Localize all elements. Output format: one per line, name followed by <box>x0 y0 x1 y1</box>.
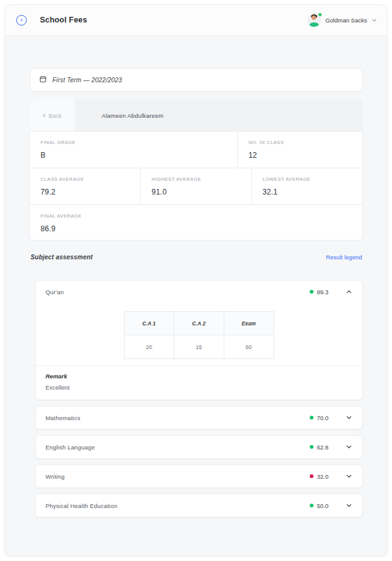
subject-score: 50.0 <box>317 502 329 509</box>
student-name: Alameen Abdulkareem <box>102 112 163 119</box>
stat-value: B <box>41 151 237 160</box>
subject-name: Qur'an <box>45 289 310 295</box>
score-group: 62.8 <box>310 444 329 451</box>
back-button[interactable]: ‹ Back <box>30 99 75 132</box>
stat-label: FINAL GRADE <box>41 140 237 145</box>
student-header-bar: ‹ Back Alameen Abdulkareem <box>30 99 363 132</box>
remark-label: Remark <box>45 373 352 380</box>
subject-score: 70.0 <box>317 415 329 421</box>
term-label: First Term — 2022/2023 <box>52 77 122 84</box>
subject-card-quran: Qur'an 89.3 C.A 1 C.A 2 <box>35 280 363 400</box>
term-selector[interactable]: First Term — 2022/2023 <box>30 68 363 92</box>
score-group: 32.0 <box>310 473 329 480</box>
chevron-down-icon <box>346 473 352 479</box>
assessment-table: C.A 1 C.A 2 Exam 20 15 60 <box>124 311 274 359</box>
score-group: 89.3 <box>310 289 329 295</box>
app-window: › School Fees Goldman Sacks First Te <box>4 4 388 557</box>
stat-label: NO. IN CLASS <box>249 140 362 145</box>
user-name: Goldman Sacks <box>325 17 367 24</box>
calendar-icon <box>39 74 47 85</box>
score-status-dot <box>310 445 313 449</box>
stat-label: HIGHEST AVERAGE <box>151 176 251 182</box>
subject-card-english: English Language 62.8 <box>35 435 363 459</box>
score-status-dot <box>310 474 313 478</box>
subject-name: Writing <box>45 473 310 480</box>
stat-value: 79.2 <box>41 188 140 196</box>
score-group: 50.0 <box>310 502 329 509</box>
stat-lowest-average: LOWEST AVERAGE 32.1 <box>251 168 363 205</box>
assessment-table-wrap: C.A 1 C.A 2 Exam 20 15 60 <box>36 303 362 365</box>
score-status-dot <box>310 290 313 294</box>
table-row: 20 15 60 <box>124 335 274 359</box>
subject-card-physical-health: Physical Health Education 50.0 <box>35 494 363 517</box>
table-header-exam: Exam <box>224 312 274 335</box>
stat-label: LOWEST AVERAGE <box>262 176 362 182</box>
stats-grid: FINAL GRADE B NO. IN CLASS 12 CLASS AVER… <box>30 132 363 241</box>
chevron-up-icon <box>346 289 352 295</box>
stat-final-grade: FINAL GRADE B <box>29 131 238 168</box>
stat-value: 32.1 <box>262 188 362 196</box>
stat-value: 86.9 <box>41 224 362 233</box>
subject-score: 32.0 <box>317 473 329 480</box>
stat-no-in-class: NO. IN CLASS 12 <box>237 131 363 168</box>
subject-accordion-header[interactable]: Writing 32.0 <box>36 465 362 487</box>
chevron-right-icon: › <box>21 16 23 23</box>
subject-name: Mathematics <box>45 415 310 421</box>
table-header-ca2: C.A 2 <box>174 312 224 335</box>
online-status-badge <box>318 12 322 17</box>
remark-text: Excellent <box>45 384 352 391</box>
user-avatar <box>307 13 321 27</box>
assessment-section-header: Subject assessment Result legend <box>30 254 363 261</box>
result-legend-link[interactable]: Result legend <box>326 254 362 261</box>
sidebar-toggle-button[interactable]: › <box>16 15 27 26</box>
stat-final-average: FINAL AVERAGE 86.9 <box>29 204 363 241</box>
stat-highest-average: HIGHEST AVERAGE 91.0 <box>140 168 252 205</box>
table-header-ca1: C.A 1 <box>124 312 174 335</box>
main-content: First Term — 2022/2023 ‹ Back Alameen Ab… <box>5 36 387 517</box>
subject-list: Qur'an 89.3 C.A 1 C.A 2 <box>30 280 363 517</box>
table-cell-ca1: 20 <box>124 335 174 359</box>
stat-label: CLASS AVERAGE <box>41 176 140 182</box>
chevron-down-icon <box>346 444 352 450</box>
remark-block: Remark Excellent <box>36 365 362 400</box>
subject-accordion-header[interactable]: Mathematics 70.0 <box>36 406 362 429</box>
subject-accordion-header[interactable]: Qur'an 89.3 <box>36 280 362 303</box>
score-status-dot <box>310 416 313 420</box>
score-group: 70.0 <box>310 415 329 421</box>
subject-card-writing: Writing 32.0 <box>35 464 363 488</box>
subject-card-mathematics: Mathematics 70.0 <box>35 406 363 429</box>
chevron-left-icon: ‹ <box>43 112 45 119</box>
score-status-dot <box>310 504 313 507</box>
table-cell-exam: 60 <box>224 335 274 359</box>
chevron-down-icon <box>346 502 352 509</box>
stat-class-average: CLASS AVERAGE 79.2 <box>29 168 141 205</box>
subject-accordion-header[interactable]: English Language 62.8 <box>36 436 362 458</box>
student-result-card: ‹ Back Alameen Abdulkareem FINAL GRADE B… <box>30 99 363 241</box>
stat-label: FINAL AVERAGE <box>41 213 362 219</box>
subject-score: 89.3 <box>317 289 329 295</box>
back-label: Back <box>49 112 62 119</box>
subject-score: 62.8 <box>317 444 329 451</box>
subject-name: Physical Health Education <box>45 502 310 509</box>
chevron-down-icon <box>346 415 352 421</box>
table-cell-ca2: 15 <box>174 335 224 359</box>
subject-accordion-header[interactable]: Physical Health Education 50.0 <box>36 494 362 517</box>
page-title: School Fees <box>40 16 87 24</box>
stat-value: 91.0 <box>151 188 251 196</box>
section-title: Subject assessment <box>31 254 93 261</box>
subject-name: English Language <box>45 444 310 451</box>
topbar: › School Fees Goldman Sacks <box>5 5 387 36</box>
user-menu[interactable]: Goldman Sacks <box>307 13 377 27</box>
chevron-down-icon <box>371 17 377 23</box>
stat-value: 12 <box>249 151 362 160</box>
